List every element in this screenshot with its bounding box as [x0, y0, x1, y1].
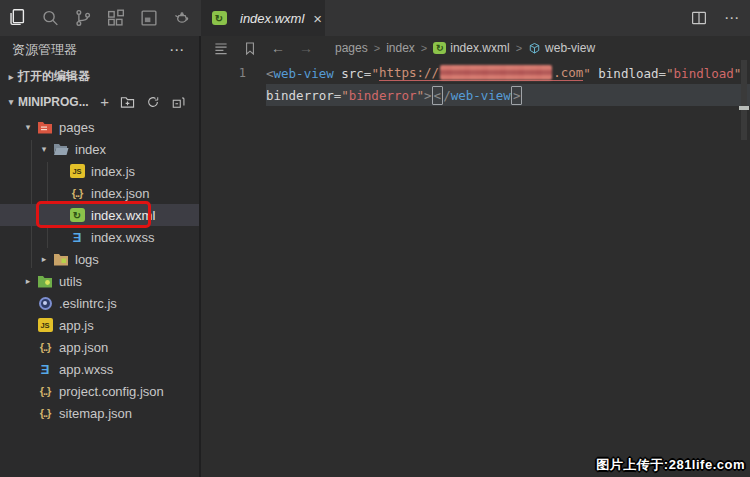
json-file-icon: {..} — [36, 339, 54, 355]
tree-item-app-json[interactable]: {..} app.json — [0, 336, 199, 358]
tree-item-label: app.json — [59, 340, 108, 355]
wxml-file-icon: ↻ — [68, 207, 86, 223]
wxss-file-icon: Ǝ — [36, 361, 54, 377]
new-file-icon[interactable]: + — [100, 93, 109, 110]
project-actions: + — [100, 93, 195, 110]
tree-item-eslintrc[interactable]: .eslintrc.js — [0, 292, 199, 314]
top-bar: ↻ index.wxml × ⋯ — [0, 0, 750, 36]
tree-item-pages[interactable]: ▾ pages — [0, 116, 199, 138]
folder-utils-icon — [36, 273, 54, 289]
code-line-1: 1 <web-view src="https://.com" bindload=… — [203, 62, 750, 84]
chevron-right-icon: ▸ — [4, 72, 18, 82]
wxml-file-icon: ↻ — [433, 42, 446, 54]
breadcrumb-item-symbol[interactable]: web-view — [528, 41, 595, 55]
folder-logs-icon — [52, 251, 70, 267]
sidebar-header: 资源管理器 ⋯ — [0, 36, 199, 64]
breadcrumb-separator: > — [516, 42, 522, 54]
json-file-icon: {..} — [36, 405, 54, 421]
tree-item-app-js[interactable]: JS app.js — [0, 314, 199, 336]
source-control-icon[interactable] — [66, 0, 99, 36]
section-label: MINIPROG... — [18, 95, 89, 109]
tree-item-index-folder[interactable]: ▾ index — [0, 138, 199, 160]
scrollbar-thumb[interactable] — [741, 60, 747, 140]
more-actions-icon[interactable]: ⋯ — [724, 9, 740, 27]
tree-item-index-js[interactable]: JS index.js — [0, 160, 199, 182]
tree-item-label: app.wxss — [59, 362, 113, 377]
tree-item-label: project.config.json — [59, 384, 164, 399]
cursor-position-marker — [739, 106, 749, 110]
tree-item-project-config[interactable]: {..} project.config.json — [0, 380, 199, 402]
tree-item-label: index.json — [91, 186, 150, 201]
folder-pages-icon — [36, 119, 54, 135]
symbol-cube-icon — [528, 42, 541, 55]
watermark-text: 图片上传于:281life.com — [596, 456, 745, 474]
url-link: https://.com — [379, 65, 583, 81]
explorer-icon[interactable] — [0, 0, 33, 36]
tree-item-sitemap[interactable]: {..} sitemap.json — [0, 402, 199, 424]
bracket-match: < — [432, 86, 444, 105]
refresh-icon[interactable] — [146, 95, 160, 109]
new-folder-icon[interactable] — [120, 95, 135, 109]
search-icon[interactable] — [33, 0, 66, 36]
tree-item-label: .eslintrc.js — [59, 296, 117, 311]
tab-title: index.wxml — [240, 11, 304, 26]
folder-open-icon — [52, 141, 70, 157]
split-editor-icon[interactable] — [690, 9, 708, 27]
section-label: 打开的编辑器 — [18, 68, 90, 85]
wxss-file-icon: Ǝ — [68, 229, 86, 245]
breadcrumb-item-pages[interactable]: pages — [335, 41, 368, 55]
bracket-match: > — [511, 86, 523, 105]
breadcrumb: ← → pages > index > ↻ index.wxml > web-v… — [203, 36, 750, 60]
breadcrumb-item-index[interactable]: index — [386, 41, 415, 55]
sidebar-more-icon[interactable]: ⋯ — [169, 41, 185, 59]
outline-list-icon[interactable] — [213, 40, 229, 56]
tree-item-label: sitemap.json — [59, 406, 132, 421]
chevron-down-icon: ▾ — [20, 122, 36, 132]
breadcrumb-item-file[interactable]: ↻ index.wxml — [433, 41, 509, 55]
js-file-icon: JS — [36, 317, 54, 333]
js-file-icon: JS — [68, 163, 86, 179]
section-open-editors[interactable]: ▸ 打开的编辑器 — [0, 64, 199, 89]
tree-item-label: app.js — [59, 318, 94, 333]
editor-content[interactable]: 1 <web-view src="https://.com" bindload=… — [203, 62, 750, 106]
back-arrow-icon[interactable]: ← — [271, 40, 285, 56]
eslint-file-icon — [36, 295, 54, 311]
code-line-1-wrapped: binderror="binderror"></web-view> — [203, 84, 750, 106]
editor-actions: ⋯ — [690, 0, 740, 36]
chevron-down-icon: ▾ — [36, 144, 52, 154]
tab-strip: ↻ index.wxml × ⋯ — [201, 0, 750, 36]
tab-index-wxml[interactable]: ↻ index.wxml × — [201, 0, 325, 36]
tree-item-app-wxss[interactable]: Ǝ app.wxss — [0, 358, 199, 380]
extensions-icon[interactable] — [99, 0, 132, 36]
tree-item-label: index.wxml — [91, 208, 155, 223]
chevron-down-icon: ▾ — [4, 97, 18, 107]
overview-ruler[interactable] — [738, 60, 750, 200]
breadcrumb-separator: > — [421, 42, 427, 54]
chevron-right-icon: ▸ — [20, 276, 36, 286]
tree-item-index-json[interactable]: {..} index.json — [0, 182, 199, 204]
json-file-icon: {..} — [68, 185, 86, 201]
tree-item-index-wxss[interactable]: Ǝ index.wxss — [0, 226, 199, 248]
tree-item-utils[interactable]: ▸ utils — [0, 270, 199, 292]
tree-item-logs[interactable]: ▸ logs — [0, 248, 199, 270]
chevron-right-icon: ▸ — [36, 254, 52, 264]
teapot-plugin-icon[interactable] — [165, 0, 198, 36]
redaction-mosaic — [440, 65, 552, 80]
json-file-icon: {..} — [36, 383, 54, 399]
close-icon[interactable]: × — [313, 11, 322, 26]
tree-item-label: index — [75, 142, 106, 157]
sidebar-title: 资源管理器 — [12, 41, 77, 59]
line-number: 1 — [203, 66, 266, 80]
breadcrumb-nav-icons: ← → — [213, 40, 313, 56]
forward-arrow-icon[interactable]: → — [299, 40, 313, 56]
bookmark-icon[interactable] — [243, 41, 257, 56]
wxml-file-icon: ↻ — [210, 10, 228, 26]
file-tree: ▾ pages ▾ index JS index.js {..} index.j… — [0, 116, 199, 424]
tree-item-label: pages — [59, 120, 94, 135]
sidebar-explorer: 资源管理器 ⋯ ▸ 打开的编辑器 ▾ MINIPROG... + ▾ — [0, 36, 201, 477]
tree-item-index-wxml[interactable]: ↻ index.wxml — [0, 204, 199, 226]
panel-layout-icon[interactable] — [132, 0, 165, 36]
collapse-all-icon[interactable] — [171, 95, 186, 109]
section-project[interactable]: ▾ MINIPROG... + — [0, 89, 199, 114]
tree-item-label: index.wxss — [91, 230, 155, 245]
